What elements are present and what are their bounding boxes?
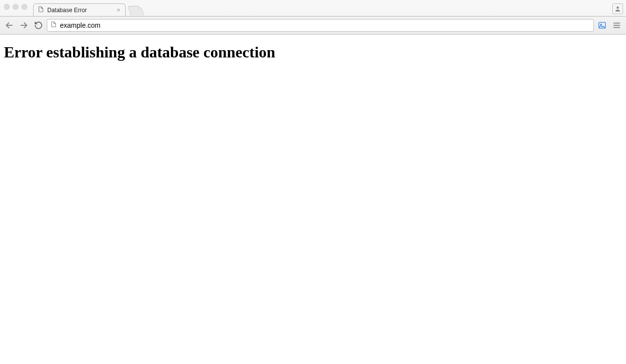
profile-button[interactable] [612, 3, 623, 14]
address-bar[interactable] [47, 19, 594, 32]
hamburger-icon [612, 21, 621, 30]
tab-title: Database Error [47, 7, 115, 14]
error-heading: Error establishing a database connection [4, 43, 622, 61]
menu-button[interactable] [610, 19, 623, 32]
back-button[interactable] [3, 19, 16, 32]
address-input[interactable] [60, 21, 590, 29]
image-icon [598, 21, 607, 30]
browser-chrome: Database Error × [0, 0, 626, 35]
svg-point-4 [601, 24, 602, 25]
user-icon [614, 5, 621, 12]
tab-strip: Database Error × [0, 0, 626, 17]
new-tab-button[interactable] [128, 6, 144, 16]
browser-toolbar [0, 17, 626, 34]
page-content: Error establishing a database connection [0, 35, 626, 364]
reload-button[interactable] [32, 19, 45, 32]
forward-button[interactable] [18, 19, 30, 32]
window-close-button[interactable] [4, 4, 10, 10]
reload-icon [34, 21, 43, 30]
arrow-left-icon [5, 21, 14, 30]
window-controls [4, 0, 33, 16]
page-favicon-icon [38, 6, 44, 14]
extension-button[interactable] [596, 19, 608, 32]
browser-tab[interactable]: Database Error × [33, 3, 126, 16]
tab-close-button[interactable]: × [115, 7, 121, 13]
site-info-icon[interactable] [50, 21, 57, 30]
svg-point-0 [617, 6, 619, 9]
arrow-right-icon [19, 21, 28, 30]
window-minimize-button[interactable] [13, 4, 19, 10]
window-zoom-button[interactable] [21, 4, 27, 10]
